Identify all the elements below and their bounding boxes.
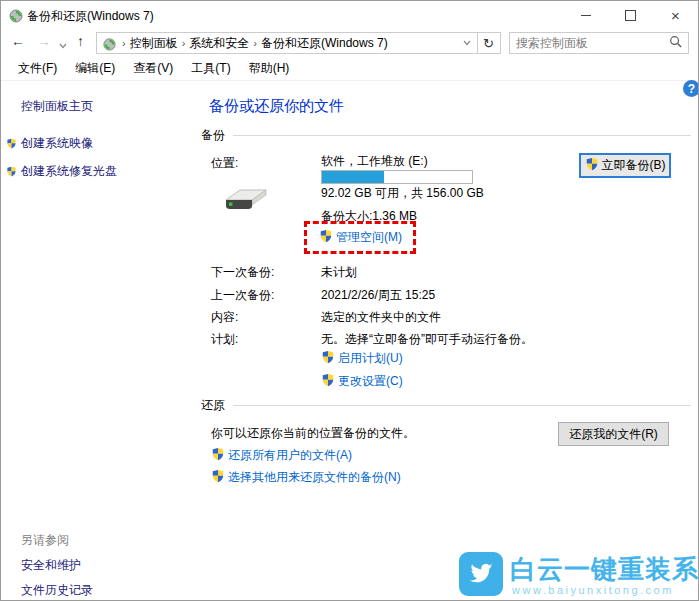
watermark-logo	[459, 552, 503, 596]
sidebar-item-security-maintenance[interactable]: 安全和维护	[21, 557, 81, 574]
watermark-title: 白云一键重装系统	[510, 552, 699, 587]
next-backup-label: 下一次备份:	[211, 264, 274, 281]
last-backup-label: 上一次备份:	[211, 287, 274, 304]
enable-schedule-link[interactable]: 启用计划(U)	[321, 350, 403, 367]
up-button[interactable]: ↑	[77, 33, 84, 49]
last-backup-value: 2021/2/26/周五 15:25	[321, 287, 435, 304]
schedule-label: 计划:	[211, 331, 238, 348]
title-bar: 备份和还原(Windows 7) ×	[1, 1, 698, 29]
manage-space-label: 管理空间(M)	[336, 229, 402, 246]
capacity-bar	[321, 170, 473, 184]
location-value: 软件，工作堆放 (E:)	[321, 153, 428, 170]
menu-view[interactable]: 查看(V)	[124, 57, 182, 80]
refresh-button[interactable]: ↻	[477, 32, 501, 54]
page-title: 备份或还原你的文件	[209, 97, 344, 116]
history-chevron-icon[interactable]	[59, 38, 67, 52]
capacity-bar-fill	[322, 171, 384, 183]
close-icon: ×	[671, 7, 680, 24]
restore-my-files-button[interactable]: 还原我的文件(R)	[558, 422, 669, 446]
search-icon[interactable]	[669, 35, 682, 51]
capacity-text: 92.02 GB 可用，共 156.00 GB	[321, 185, 484, 202]
back-button[interactable]: ←	[11, 33, 25, 49]
menu-bar: 文件(F) 编辑(E) 查看(V) 工具(T) 帮助(H)	[1, 57, 698, 81]
minimize-button[interactable]	[563, 1, 608, 29]
forward-button[interactable]: →	[37, 33, 51, 49]
minimize-icon	[581, 15, 591, 16]
backup-group-label: 备份	[201, 127, 233, 144]
maximize-button[interactable]	[608, 1, 653, 29]
contents-label: 内容:	[211, 309, 238, 326]
menu-edit[interactable]: 编辑(E)	[66, 57, 124, 80]
breadcrumb-system-security[interactable]: 系统和安全	[185, 35, 253, 52]
hard-drive-icon	[217, 187, 271, 218]
menu-file[interactable]: 文件(F)	[9, 57, 66, 80]
choose-other-backup-link[interactable]: 选择其他用来还原文件的备份(N)	[211, 469, 401, 486]
breadcrumb-control-panel[interactable]: 控制面板	[126, 35, 182, 52]
breadcrumb-backup-restore[interactable]: 备份和还原(Windows 7)	[257, 35, 392, 52]
sidebar-see-also-header: 另请参阅	[21, 532, 69, 549]
change-settings-link[interactable]: 更改设置(C)	[321, 373, 403, 390]
uac-shield-icon	[6, 138, 17, 152]
schedule-value: 无。选择“立即备份”即可手动运行备份。	[321, 331, 533, 348]
address-dropdown-chevron-icon[interactable]	[463, 40, 477, 46]
maximize-icon	[625, 10, 636, 21]
restore-description: 你可以还原你当前的位置备份的文件。	[211, 425, 415, 442]
twitter-bird-icon	[467, 559, 495, 590]
restore-my-files-label: 还原我的文件(R)	[569, 426, 658, 443]
menu-tools[interactable]: 工具(T)	[182, 57, 239, 80]
uac-shield-icon	[321, 350, 335, 367]
manage-space-link[interactable]: 管理空间(M)	[319, 229, 402, 246]
uac-shield-icon	[585, 157, 599, 174]
refresh-icon: ↻	[483, 36, 494, 51]
divider	[233, 405, 691, 406]
menu-help[interactable]: 帮助(H)	[240, 57, 299, 80]
uac-shield-icon	[211, 469, 225, 486]
restore-all-users-link[interactable]: 还原所有用户的文件(A)	[211, 447, 352, 464]
sidebar-item-create-repair-disc[interactable]: 创建系统修复光盘	[21, 163, 117, 180]
uac-shield-icon	[211, 447, 225, 464]
sidebar-item-file-history[interactable]: 文件历史记录	[21, 582, 93, 599]
divider	[233, 135, 691, 136]
sidebar-item-control-panel-home[interactable]: 控制面板主页	[21, 98, 93, 115]
restore-group-label: 还原	[201, 397, 233, 414]
restore-group-header: 还原	[201, 397, 691, 414]
window-title: 备份和还原(Windows 7)	[27, 8, 154, 25]
search-placeholder: 搜索控制面板	[516, 35, 588, 52]
app-icon	[8, 7, 24, 26]
address-bar[interactable]: › 控制面板 › 系统和安全 › 备份和还原(Windows 7)	[96, 32, 478, 54]
help-icon[interactable]: ?	[683, 80, 699, 97]
backup-now-label: 立即备份(B)	[602, 157, 666, 174]
location-icon	[97, 36, 122, 51]
location-label: 位置:	[211, 155, 238, 172]
choose-other-backup-label: 选择其他用来还原文件的备份(N)	[228, 469, 401, 486]
next-backup-value: 未计划	[321, 264, 357, 281]
uac-shield-icon	[319, 229, 333, 246]
watermark-url: www.baiyunxitong.com	[512, 584, 674, 596]
close-button[interactable]: ×	[653, 1, 698, 29]
search-box[interactable]: 搜索控制面板	[509, 32, 689, 54]
sidebar-item-create-system-image[interactable]: 创建系统映像	[21, 135, 93, 152]
backup-restore-window: 备份和还原(Windows 7) × ← → ↑ › 控制面板 › 系统和安全 …	[0, 0, 699, 601]
uac-shield-icon	[321, 373, 335, 390]
uac-shield-icon	[6, 166, 17, 180]
backup-now-button[interactable]: 立即备份(B)	[579, 153, 671, 178]
restore-all-users-label: 还原所有用户的文件(A)	[228, 447, 352, 464]
change-settings-label: 更改设置(C)	[338, 373, 403, 390]
contents-value: 选定的文件夹中的文件	[321, 309, 441, 326]
enable-schedule-label: 启用计划(U)	[338, 350, 403, 367]
backup-group-header: 备份	[201, 127, 691, 144]
